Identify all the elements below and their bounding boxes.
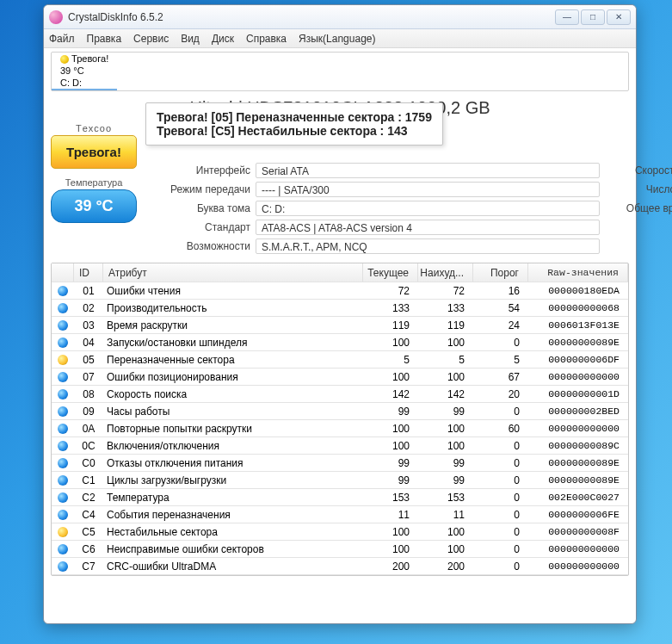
cell-attr: Нестабильные сектора bbox=[103, 526, 363, 538]
cell-attr: Переназначенные сектора bbox=[103, 354, 363, 366]
tab-letters: C: D: bbox=[60, 77, 82, 88]
cell-worst: 100 bbox=[418, 543, 473, 555]
cell-raw: 00000000089E bbox=[528, 457, 628, 468]
table-row[interactable]: C7CRC-ошибки UltraDMA2002000000000000000 bbox=[52, 558, 628, 575]
table-row[interactable]: 0AПовторные попытки раскрутки10010060000… bbox=[52, 420, 628, 437]
cell-raw: 0000000006FE bbox=[528, 509, 628, 520]
cell-worst: 5 bbox=[418, 354, 473, 366]
cell-worst: 153 bbox=[418, 492, 473, 504]
cell-threshold: 0 bbox=[473, 543, 528, 555]
kv-standard-value: ATA8-ACS | ATA8-ACS version 4 bbox=[256, 220, 600, 235]
status-led-icon bbox=[58, 286, 68, 296]
header-id[interactable]: ID bbox=[74, 263, 103, 282]
table-row[interactable]: 05Переназначенные сектора5550000000006DF bbox=[52, 351, 628, 368]
cell-current: 99 bbox=[363, 406, 418, 418]
menu-service[interactable]: Сервис bbox=[133, 33, 169, 45]
cell-threshold: 24 bbox=[473, 319, 528, 331]
cell-threshold: 60 bbox=[473, 423, 528, 435]
close-button[interactable]: ✕ bbox=[607, 9, 631, 25]
warning-led-icon bbox=[60, 55, 69, 64]
header-threshold[interactable]: Порог bbox=[473, 263, 528, 282]
cell-id: 05 bbox=[74, 354, 103, 366]
cell-id: C6 bbox=[74, 543, 103, 555]
cell-attr: Ошибки позиционирования bbox=[103, 371, 363, 383]
cell-threshold: 54 bbox=[473, 302, 528, 314]
menu-file[interactable]: Файл bbox=[49, 33, 75, 45]
table-row[interactable]: C1Циклы загрузки/выгрузки999900000000008… bbox=[52, 472, 628, 489]
status-led-icon bbox=[58, 320, 68, 331]
cell-attr: Включения/отключения bbox=[103, 440, 363, 452]
cell-attr: Скорость поиска bbox=[103, 388, 363, 400]
titlebar[interactable]: CrystalDiskInfo 6.5.2 — □ ✕ bbox=[44, 5, 636, 29]
menu-language[interactable]: Язык(Language) bbox=[299, 33, 375, 45]
status-led-icon bbox=[58, 492, 68, 503]
cell-raw: 000000000000 bbox=[528, 543, 628, 554]
table-row[interactable]: 02Производительность13313354000000000068 bbox=[52, 300, 628, 317]
table-row[interactable]: 0CВключения/отключения100100000000000089… bbox=[52, 437, 628, 455]
cell-attr: Циклы загрузки/выгрузки bbox=[103, 474, 363, 486]
table-row[interactable]: 09Часы работы99990000000002BED bbox=[52, 403, 628, 420]
cell-raw: 00000000089E bbox=[528, 474, 628, 486]
header-worst[interactable]: Наихуд... bbox=[418, 263, 473, 282]
cell-raw: 000000000000 bbox=[528, 423, 628, 434]
tab-status: Тревога! bbox=[71, 53, 108, 64]
table-row[interactable]: 04Запуски/остановки шпинделя100100000000… bbox=[52, 334, 628, 351]
table-row[interactable]: 01Ошибки чтения727216000000180EDA bbox=[52, 282, 628, 300]
maximize-button[interactable]: □ bbox=[581, 9, 605, 25]
cell-raw: 000000002BED bbox=[528, 406, 628, 417]
cell-raw: 00000000089C bbox=[528, 440, 628, 451]
cell-raw: 000000000000 bbox=[528, 560, 628, 572]
menu-view[interactable]: Вид bbox=[181, 33, 200, 45]
menu-help[interactable]: Справка bbox=[246, 33, 287, 45]
header-attr[interactable]: Атрибут bbox=[103, 263, 363, 282]
table-row[interactable]: 08Скорость поиска1421422000000000001D bbox=[52, 386, 628, 403]
alert-line-1: Тревога! [05] Переназначенные сектора : … bbox=[157, 110, 432, 124]
table-row[interactable]: 07Ошибки позиционирования100100670000000… bbox=[52, 368, 628, 386]
cell-current: 99 bbox=[363, 457, 418, 469]
cell-worst: 11 bbox=[418, 509, 473, 521]
tab-temp: 39 °C bbox=[60, 65, 84, 76]
kv-transfer-value: ---- | SATA/300 bbox=[256, 182, 600, 197]
cell-attr: Повторные попытки раскрутки bbox=[103, 423, 363, 435]
table-row[interactable]: C4События переназначения111100000000006F… bbox=[52, 506, 628, 523]
cell-raw: 000000000000 bbox=[528, 371, 628, 382]
cell-worst: 100 bbox=[418, 423, 473, 435]
cell-worst: 200 bbox=[418, 560, 473, 573]
table-row[interactable]: C5Нестабильные сектора100100000000000008… bbox=[52, 523, 628, 541]
cell-current: 100 bbox=[363, 440, 418, 452]
cell-threshold: 0 bbox=[473, 440, 528, 452]
cell-worst: 133 bbox=[418, 302, 473, 314]
cell-threshold: 20 bbox=[473, 388, 528, 400]
menu-edit[interactable]: Правка bbox=[87, 33, 122, 45]
health-status-badge[interactable]: Тревога! bbox=[51, 135, 137, 169]
temperature-badge[interactable]: 39 °C bbox=[51, 189, 137, 223]
table-row[interactable]: 03Время раскрутки119119240006013F013E bbox=[52, 317, 628, 334]
table-row[interactable]: C6Неисправимые ошибки секторов1001000000… bbox=[52, 541, 628, 558]
header-current[interactable]: Текущее bbox=[363, 263, 418, 282]
cell-current: 133 bbox=[363, 302, 418, 314]
cell-id: 02 bbox=[74, 302, 103, 314]
cell-raw: 00000000001D bbox=[528, 388, 628, 399]
window-title: CrystalDiskInfo 6.5.2 bbox=[68, 11, 555, 23]
minimize-button[interactable]: — bbox=[555, 9, 579, 25]
cell-raw: 0000000006DF bbox=[528, 354, 628, 365]
smart-table: ID Атрибут Текущее Наихуд... Порог Raw-з… bbox=[51, 263, 629, 576]
cell-current: 100 bbox=[363, 543, 418, 555]
status-led-icon bbox=[58, 458, 68, 468]
status-led-icon bbox=[58, 389, 68, 399]
cell-raw: 0006013F013E bbox=[528, 319, 628, 331]
cell-attr: Ошибки чтения bbox=[103, 285, 363, 297]
disk-tabs: Тревога! 39 °C C: D: bbox=[51, 52, 629, 91]
cell-current: 100 bbox=[363, 526, 418, 538]
disk-tab-0[interactable]: Тревога! 39 °C C: D: bbox=[52, 53, 117, 90]
table-row[interactable]: C0Отказы отключения питания9999000000000… bbox=[52, 455, 628, 472]
cell-id: C7 bbox=[74, 560, 103, 573]
cell-threshold: 0 bbox=[473, 526, 528, 538]
cell-attr: События переназначения bbox=[103, 509, 363, 521]
status-led-icon bbox=[58, 441, 68, 451]
table-row[interactable]: C2Температура1531530002E000C0027 bbox=[52, 489, 628, 506]
header-raw[interactable]: Raw-значения bbox=[528, 263, 628, 282]
kv-poweron-label: Число включений bbox=[607, 183, 672, 195]
kv-buffer-label: данных bbox=[607, 127, 672, 139]
menu-disk[interactable]: Диск bbox=[212, 33, 234, 45]
